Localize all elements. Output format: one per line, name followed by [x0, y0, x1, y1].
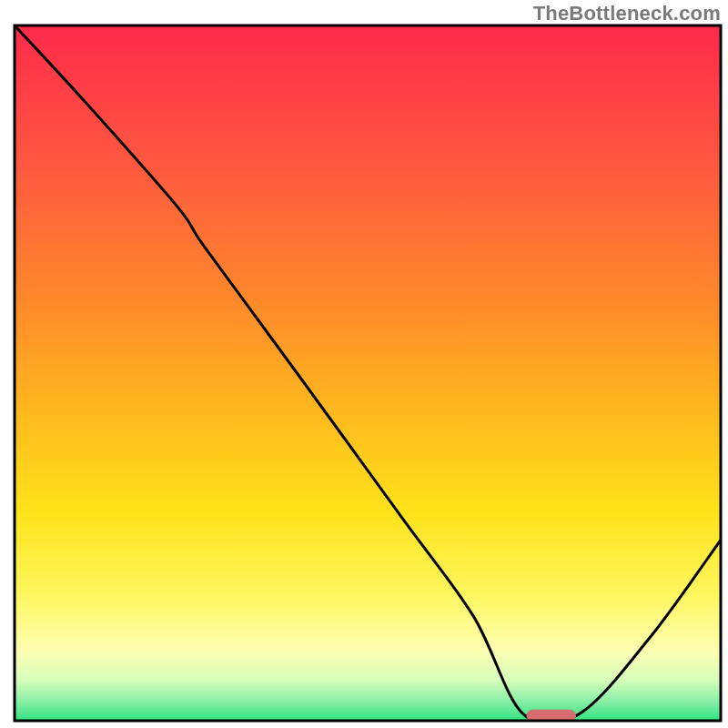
watermark-text: TheBottleneck.com	[533, 2, 721, 25]
gradient-background	[15, 25, 721, 721]
chart-container: TheBottleneck.com	[0, 0, 728, 728]
bottleneck-chart	[0, 0, 728, 728]
